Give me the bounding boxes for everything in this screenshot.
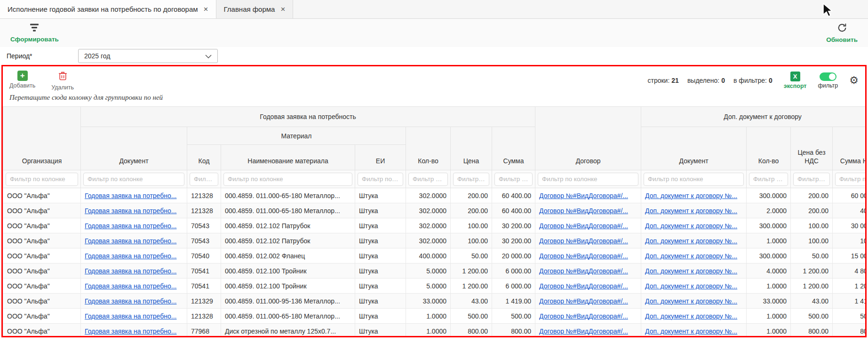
- filter-input-material-name[interactable]: [223, 173, 352, 186]
- gear-icon[interactable]: ⚙: [849, 75, 859, 86]
- col-header-sum[interactable]: Сумма: [492, 127, 535, 170]
- filter-input-doc[interactable]: [83, 173, 184, 186]
- export-button[interactable]: X экспорт: [784, 72, 807, 89]
- link-doc[interactable]: Годовая заявка на потребно...: [85, 252, 176, 260]
- link-doc2[interactable]: Доп. документ к договору №...: [645, 192, 737, 199]
- cell-sum: 1 419.00: [492, 294, 535, 309]
- link-contract[interactable]: Договор №#ВидДоговора#/...: [539, 207, 628, 215]
- col-header-unit[interactable]: ЕИ: [355, 145, 406, 170]
- generate-button[interactable]: Сформировать: [10, 23, 59, 43]
- cell-sum2: 800.00: [833, 324, 865, 338]
- cell-sum: 800.00: [492, 324, 535, 338]
- table-row[interactable]: ООО "Альфа"Годовая заявка на потребно...…: [3, 324, 866, 338]
- table-row[interactable]: ООО "Альфа"Годовая заявка на потребно...…: [3, 279, 866, 294]
- link-contract[interactable]: Договор №#ВидДоговора#/...: [539, 252, 628, 260]
- tab-annual-request-execution[interactable]: Исполнение годовой заявки на потребность…: [0, 0, 216, 18]
- col-header-org[interactable]: Организация: [3, 107, 81, 170]
- link-doc[interactable]: Годовая заявка на потребно...: [85, 207, 176, 215]
- table-row[interactable]: ООО "Альфа"Годовая заявка на потребно...…: [3, 263, 866, 279]
- cell-sum: 60 400.00: [492, 188, 535, 203]
- link-contract[interactable]: Договор №#ВидДоговора#/...: [539, 327, 628, 335]
- col-header-material-name[interactable]: Наименование материала: [221, 145, 355, 170]
- link-contract[interactable]: Договор №#ВидДоговора#/...: [539, 267, 628, 275]
- col-header-doc[interactable]: Документ: [81, 127, 187, 170]
- col-header-contract[interactable]: Договор: [535, 107, 641, 170]
- link-doc[interactable]: Годовая заявка на потребно...: [85, 312, 176, 320]
- link-doc[interactable]: Годовая заявка на потребно...: [85, 222, 176, 230]
- link-doc2[interactable]: Доп. документ к договору №...: [645, 237, 737, 245]
- add-button[interactable]: + Добавить: [9, 71, 35, 91]
- table-row[interactable]: ООО "Альфа"Годовая заявка на потребно...…: [3, 248, 866, 263]
- table-row[interactable]: ООО "Альфа"Годовая заявка на потребно...…: [3, 309, 866, 324]
- cell-price: 200.00: [451, 203, 492, 218]
- delete-button[interactable]: Удалить: [51, 71, 74, 91]
- filter-input-contract[interactable]: [538, 173, 638, 186]
- link-contract[interactable]: Договор №#ВидДоговора#/...: [539, 222, 628, 230]
- table-row[interactable]: ООО "Альфа"Годовая заявка на потребно...…: [3, 188, 866, 203]
- col-header-code[interactable]: Код: [187, 145, 221, 170]
- filter-input-sum-vat[interactable]: [835, 173, 865, 186]
- close-icon[interactable]: ×: [280, 5, 285, 13]
- refresh-button[interactable]: Обновить: [826, 23, 858, 43]
- filter-input-org[interactable]: [6, 173, 78, 186]
- tab-main-form[interactable]: Главная форма ×: [216, 0, 294, 18]
- link-doc2[interactable]: Доп. документ к договору №...: [645, 222, 737, 230]
- cell-qty2: 1.0000: [747, 233, 791, 248]
- cell-code: 121328: [187, 188, 221, 203]
- link-doc2[interactable]: Доп. документ к договору №...: [645, 282, 737, 290]
- link-doc[interactable]: Годовая заявка на потребно...: [85, 327, 176, 335]
- table-row[interactable]: ООО "Альфа"Годовая заявка на потребно...…: [3, 294, 866, 309]
- cell-unit: Штука: [355, 309, 406, 324]
- filter-input-unit[interactable]: [358, 173, 403, 186]
- table-row[interactable]: ООО "Альфа"Годовая заявка на потребно...…: [3, 203, 866, 218]
- close-icon[interactable]: ×: [204, 5, 208, 13]
- col-header-price[interactable]: Цена: [451, 127, 492, 170]
- link-doc2[interactable]: Доп. документ к договору №...: [645, 327, 737, 335]
- cell-price2: 200.00: [791, 203, 833, 218]
- col-header-qty2[interactable]: Кол-во: [747, 127, 791, 170]
- table-row[interactable]: ООО "Альфа"Годовая заявка на потребно...…: [3, 218, 866, 233]
- filter-input-qty[interactable]: [408, 173, 448, 186]
- cell-unit: Штука: [355, 203, 406, 218]
- table-row[interactable]: ООО "Альфа"Годовая заявка на потребно...…: [3, 233, 866, 248]
- link-doc2[interactable]: Доп. документ к договору №...: [645, 297, 737, 305]
- grid-body: ООО "Альфа"Годовая заявка на потребно...…: [3, 188, 866, 338]
- link-doc[interactable]: Годовая заявка на потребно...: [85, 192, 176, 199]
- period-select[interactable]: 2025 год: [78, 49, 218, 63]
- cell-name: 000.4859. 011.000-65-180 Металлор...: [221, 203, 355, 218]
- filter-toggle[interactable]: фильтр: [818, 72, 838, 89]
- grid-toolbar-right: строки:21 выделено:0 в фильтре:0 X экспо…: [647, 72, 859, 89]
- link-doc2[interactable]: Доп. документ к договору №...: [645, 312, 737, 320]
- col-header-qty[interactable]: Кол-во: [406, 127, 451, 170]
- link-doc2[interactable]: Доп. документ к договору №...: [645, 252, 737, 260]
- link-contract[interactable]: Договор №#ВидДоговора#/...: [539, 237, 628, 245]
- grid-toolbar-left: + Добавить Удали: [9, 71, 74, 91]
- link-doc[interactable]: Годовая заявка на потребно...: [85, 297, 176, 305]
- cell-sum2: 400.00: [833, 203, 865, 218]
- cell-sum: 500.00: [492, 309, 535, 324]
- link-doc[interactable]: Годовая заявка на потребно...: [85, 267, 176, 275]
- filter-input-price[interactable]: [453, 173, 489, 186]
- link-doc2[interactable]: Доп. документ к договору №...: [645, 207, 737, 215]
- link-doc2[interactable]: Доп. документ к договору №...: [645, 267, 737, 275]
- tab-label: Главная форма: [224, 5, 275, 13]
- col-header-sum-vat[interactable]: Сумма НДС: [833, 127, 865, 170]
- link-contract[interactable]: Договор №#ВидДоговора#/...: [539, 312, 628, 320]
- col-header-doc2[interactable]: Документ: [641, 127, 747, 170]
- filter-input-price-no-vat[interactable]: [793, 173, 830, 186]
- cell-sum: 6 000.00: [492, 279, 535, 294]
- filter-input-doc2[interactable]: [644, 173, 744, 186]
- link-doc[interactable]: Годовая заявка на потребно...: [85, 282, 176, 290]
- link-contract[interactable]: Договор №#ВидДоговора#/...: [539, 192, 628, 199]
- link-contract[interactable]: Договор №#ВидДоговора#/...: [539, 282, 628, 290]
- cell-org: ООО "Альфа": [3, 279, 81, 294]
- filter-input-qty2[interactable]: [749, 173, 788, 186]
- filter-input-sum[interactable]: [494, 173, 533, 186]
- cell-qty2: 300.0000: [747, 248, 791, 263]
- link-contract[interactable]: Договор №#ВидДоговора#/...: [539, 297, 628, 305]
- col-header-price-no-vat[interactable]: Цена без НДС: [791, 127, 833, 170]
- filter-input-code[interactable]: [190, 173, 218, 186]
- cell-price2: 50.00: [791, 248, 833, 263]
- link-doc[interactable]: Годовая заявка на потребно...: [85, 237, 176, 245]
- cell-code: 77968: [187, 324, 221, 338]
